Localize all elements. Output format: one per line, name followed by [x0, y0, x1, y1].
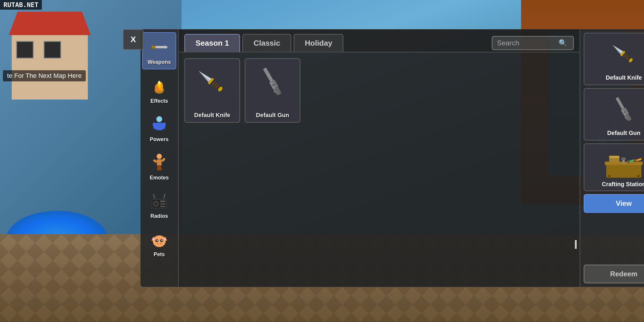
- svg-rect-76: [634, 159, 637, 162]
- building-window-1: [16, 41, 34, 59]
- effects-icon: [149, 75, 170, 96]
- right-gun-card[interactable]: Default Gun: [584, 88, 644, 141]
- building-left: [9, 12, 91, 100]
- knife-visual: [189, 62, 236, 103]
- sidebar-item-radios[interactable]: Radios: [142, 187, 176, 223]
- svg-point-38: [158, 242, 160, 243]
- building-roof: [9, 12, 91, 35]
- pets-label: Pets: [154, 251, 165, 258]
- close-button[interactable]: X: [123, 29, 143, 50]
- crafting-station-card: Crafting Station: [584, 143, 644, 191]
- svg-rect-62: [616, 97, 625, 109]
- right-gun-visual: [600, 92, 644, 127]
- svg-rect-3: [152, 47, 155, 47]
- gun-visual: [249, 62, 296, 103]
- svg-point-23: [155, 203, 157, 205]
- svg-rect-72: [621, 157, 626, 160]
- gun-item-name: Default Gun: [256, 112, 289, 119]
- effects-label: Effects: [150, 98, 168, 104]
- svg-rect-15: [153, 159, 157, 163]
- item-card-default-knife[interactable]: Default Knife: [184, 58, 240, 123]
- item-card-default-gun[interactable]: Default Gun: [245, 58, 300, 123]
- knife-item-name: Default Knife: [194, 112, 230, 119]
- weapons-icon: [149, 36, 170, 57]
- svg-rect-16: [161, 157, 166, 162]
- sidebar: Weapons Effects: [141, 29, 179, 287]
- svg-rect-24: [160, 201, 165, 202]
- right-knife-visual: [600, 37, 644, 72]
- vote-text: te For The Next Map Here: [3, 70, 86, 81]
- items-grid: Default Knife: [179, 52, 580, 287]
- svg-rect-10: [156, 123, 162, 130]
- crafting-station-label: Crafting Station: [602, 181, 644, 188]
- svg-point-9: [156, 116, 162, 122]
- search-input[interactable]: [497, 39, 556, 47]
- radios-icon: [149, 190, 170, 211]
- right-knife-name: Default Knife: [606, 74, 642, 81]
- svg-point-13: [157, 154, 162, 159]
- tab-season1[interactable]: Season 1: [184, 34, 240, 52]
- powers-icon: [149, 114, 170, 135]
- right-panel: Default Knife Default Gun: [580, 29, 644, 287]
- svg-point-36: [157, 240, 158, 241]
- sidebar-item-powers[interactable]: Powers: [142, 110, 176, 146]
- svg-point-8: [158, 81, 160, 85]
- main-panel: X Weapons: [141, 29, 644, 287]
- svg-line-28: [164, 194, 165, 199]
- svg-rect-77: [608, 175, 611, 178]
- svg-rect-74: [627, 160, 630, 163]
- search-box: 🔍: [492, 36, 574, 50]
- emotes-icon: [149, 152, 170, 173]
- sidebar-item-weapons[interactable]: Weapons: [142, 32, 176, 69]
- sidebar-item-effects[interactable]: Effects: [142, 72, 176, 108]
- tab-classic[interactable]: Classic: [242, 34, 291, 52]
- crafting-station-visual: [600, 147, 644, 179]
- svg-point-37: [161, 240, 162, 241]
- view-button[interactable]: View: [584, 194, 644, 213]
- svg-rect-78: [637, 175, 640, 178]
- svg-rect-70: [609, 156, 619, 158]
- emotes-label: Emotes: [150, 175, 169, 181]
- tab-bar: Season 1 Classic Holiday 🔍: [179, 29, 580, 52]
- svg-rect-67: [606, 163, 641, 178]
- weapons-label: Weapons: [148, 59, 171, 65]
- svg-point-29: [153, 235, 166, 247]
- right-knife-card[interactable]: Default Knife: [584, 33, 644, 85]
- right-gun-name: Default Gun: [607, 130, 640, 136]
- svg-marker-55: [613, 44, 623, 53]
- center-panel: Season 1 Classic Holiday 🔍: [179, 29, 580, 287]
- svg-rect-25: [160, 203, 165, 205]
- powers-label: Powers: [150, 136, 169, 143]
- redeem-button[interactable]: Redeem: [584, 265, 644, 283]
- pets-icon: [149, 229, 170, 250]
- cursor-indicator: [575, 240, 577, 249]
- building-wall: [12, 35, 88, 100]
- search-icon: 🔍: [559, 39, 567, 47]
- svg-rect-49: [263, 67, 273, 82]
- watermark: RUTAB.NET: [0, 0, 42, 10]
- svg-rect-26: [160, 206, 165, 207]
- tab-holiday[interactable]: Holiday: [294, 34, 343, 52]
- building-window-2: [44, 41, 61, 59]
- svg-marker-54: [611, 43, 623, 54]
- svg-line-27: [153, 194, 155, 199]
- radios-label: Radios: [150, 213, 168, 219]
- svg-rect-14: [157, 159, 162, 166]
- sidebar-item-pets[interactable]: Pets: [142, 225, 176, 261]
- svg-marker-1: [165, 45, 168, 49]
- sidebar-item-emotes[interactable]: Emotes: [142, 148, 176, 184]
